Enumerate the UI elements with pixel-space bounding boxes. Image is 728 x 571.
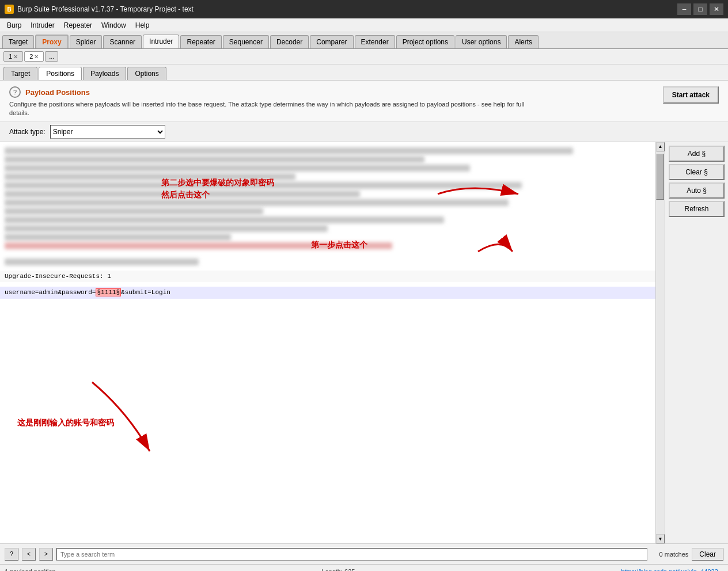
tab-extender[interactable]: Extender bbox=[355, 35, 395, 48]
app-icon: B bbox=[5, 5, 14, 14]
subtab-payloads[interactable]: Payloads bbox=[83, 67, 126, 80]
instance-tab-2-label: 2 bbox=[29, 53, 33, 60]
menu-burp[interactable]: Burp bbox=[2, 20, 26, 31]
start-attack-button[interactable]: Start attack bbox=[663, 86, 719, 104]
scroll-track bbox=[656, 151, 665, 534]
title-bar: B Burp Suite Professional v1.7.37 - Temp… bbox=[0, 0, 728, 18]
main-tabs: Target Proxy Spider Scanner Intruder Rep… bbox=[0, 32, 728, 49]
instance-tab-2[interactable]: 2 ✕ bbox=[24, 51, 44, 62]
tab-decoder[interactable]: Decoder bbox=[270, 35, 309, 48]
help-icon[interactable]: ? bbox=[9, 86, 21, 98]
payload-line: username=admin&password=§1111§&submit=Lo… bbox=[0, 287, 655, 299]
payload-marker: §1111§ bbox=[96, 288, 121, 296]
maximize-button[interactable]: □ bbox=[693, 3, 707, 15]
instance-tabs: 1 ✕ 2 ✕ ... bbox=[0, 49, 728, 64]
attack-type-label: Attack type: bbox=[9, 128, 46, 136]
app-wrapper: B Burp Suite Professional v1.7.37 - Temp… bbox=[0, 0, 728, 571]
instance-tab-1[interactable]: 1 ✕ bbox=[3, 51, 23, 62]
section-description: Configure the positions where payloads w… bbox=[9, 100, 528, 118]
search-clear-btn[interactable]: Clear bbox=[692, 548, 723, 561]
title-bar-left: B Burp Suite Professional v1.7.37 - Temp… bbox=[5, 5, 194, 14]
request-editor: Upgrade-Insecure-Requests: 1 username=ad… bbox=[0, 142, 665, 543]
tab-sequencer[interactable]: Sequencer bbox=[223, 35, 269, 48]
url-reference: https://blog.csdn.net/weixin_44933... bbox=[621, 568, 723, 572]
subtab-positions[interactable]: Positions bbox=[39, 67, 82, 80]
tab-project-options[interactable]: Project options bbox=[396, 35, 454, 48]
sub-tabs: Target Positions Payloads Options bbox=[0, 64, 728, 81]
request-content[interactable]: Upgrade-Insecure-Requests: 1 username=ad… bbox=[0, 142, 655, 543]
main-content: Upgrade-Insecure-Requests: 1 username=ad… bbox=[0, 142, 728, 543]
vertical-scrollbar[interactable]: ▲ ▼ bbox=[655, 142, 665, 543]
search-next-btn[interactable]: > bbox=[39, 548, 53, 561]
add-section-button[interactable]: Add § bbox=[669, 146, 725, 162]
subtab-target[interactable]: Target bbox=[3, 67, 37, 80]
search-help-btn[interactable]: ? bbox=[5, 548, 18, 561]
header-section: ? Payload Positions Configure the positi… bbox=[0, 81, 728, 122]
tab-scanner[interactable]: Scanner bbox=[103, 35, 142, 48]
menu-intruder[interactable]: Intruder bbox=[26, 20, 59, 31]
upgrade-insecure-line: Upgrade-Insecure-Requests: 1 bbox=[0, 271, 655, 283]
search-bar: ? < > 0 matches Clear bbox=[0, 543, 728, 564]
tab-user-options[interactable]: User options bbox=[456, 35, 507, 48]
right-panel: Add § Clear § Auto § Refresh bbox=[665, 142, 728, 543]
section-title: Payload Positions bbox=[25, 88, 90, 97]
instance-tab-2-close[interactable]: ✕ bbox=[34, 54, 39, 60]
tab-intruder[interactable]: Intruder bbox=[143, 35, 179, 48]
instance-tab-more[interactable]: ... bbox=[45, 51, 58, 62]
length-indicator: Length: 625 bbox=[321, 568, 355, 572]
scroll-up-btn[interactable]: ▲ bbox=[656, 142, 665, 151]
tab-target[interactable]: Target bbox=[2, 35, 34, 48]
tab-comparer[interactable]: Comparer bbox=[310, 35, 353, 48]
scroll-down-btn[interactable]: ▼ bbox=[656, 534, 665, 543]
title-bar-controls: – □ ✕ bbox=[677, 3, 723, 15]
request-blurred-section bbox=[0, 142, 655, 271]
tab-spider[interactable]: Spider bbox=[70, 35, 103, 48]
payload-count: 1 payload position bbox=[5, 568, 56, 572]
attack-type-row: Attack type: Sniper Battering ram Pitchf… bbox=[0, 122, 728, 142]
tab-proxy[interactable]: Proxy bbox=[35, 35, 68, 48]
instance-tab-1-close[interactable]: ✕ bbox=[13, 54, 18, 60]
menu-window[interactable]: Window bbox=[97, 20, 131, 31]
tab-repeater[interactable]: Repeater bbox=[180, 35, 221, 48]
search-prev-btn[interactable]: < bbox=[22, 548, 36, 561]
tab-alerts[interactable]: Alerts bbox=[508, 35, 539, 48]
subtab-options[interactable]: Options bbox=[127, 67, 166, 80]
minimize-button[interactable]: – bbox=[677, 3, 691, 15]
close-button[interactable]: ✕ bbox=[710, 3, 723, 15]
menu-help[interactable]: Help bbox=[131, 20, 154, 31]
menu-repeater[interactable]: Repeater bbox=[59, 20, 97, 31]
status-bar: 1 payload position Length: 625 https://b… bbox=[0, 564, 728, 571]
auto-section-button[interactable]: Auto § bbox=[669, 182, 725, 199]
menu-bar: Burp Intruder Repeater Window Help bbox=[0, 18, 728, 32]
instance-tab-1-label: 1 bbox=[9, 53, 12, 60]
search-input[interactable] bbox=[56, 548, 647, 561]
search-matches: 0 matches bbox=[651, 551, 688, 558]
scroll-thumb[interactable] bbox=[656, 154, 664, 200]
title-text: Burp Suite Professional v1.7.37 - Tempor… bbox=[17, 5, 194, 13]
clear-section-button[interactable]: Clear § bbox=[669, 164, 725, 180]
attack-type-select[interactable]: Sniper Battering ram Pitchfork Cluster b… bbox=[50, 125, 165, 139]
refresh-button[interactable]: Refresh bbox=[669, 201, 725, 217]
